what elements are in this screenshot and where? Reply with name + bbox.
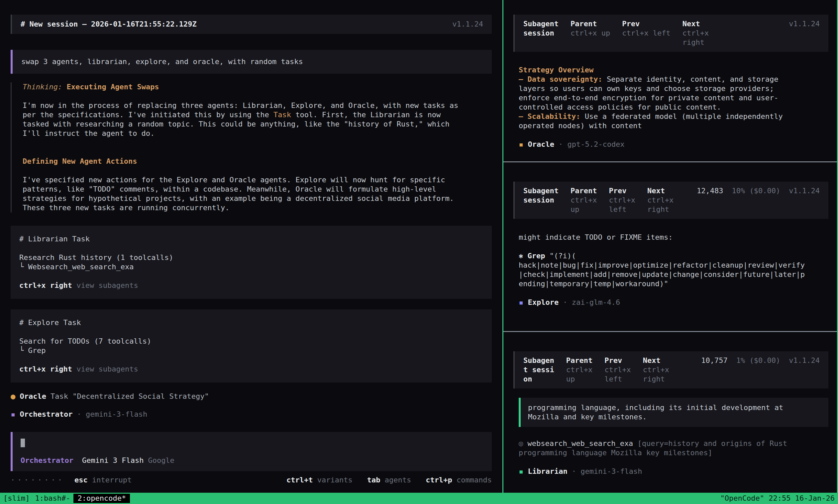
prev-nav-hint: Prev ctrl+x left (609, 186, 635, 214)
subagent-header: Subagent session Parent ctrl+x up Prev c… (513, 15, 828, 52)
pane-stats: v1.1.24 (789, 19, 820, 29)
explore-status-row: ▪ Explore · zai-glm-4.6 (519, 298, 828, 307)
websearch-tool-call: ◎websearch_web_search_exa[query=history … (519, 439, 805, 457)
subagent-text: might indicate TODO or FIXME items: (519, 233, 828, 242)
prev-nav-hint: Prev ctrl+x left (622, 19, 670, 38)
hint-label: view subagents (76, 281, 138, 289)
tmux-window-bash[interactable]: 1:bash#- (35, 494, 70, 503)
subagent-pane-oracle[interactable]: Subagent session Parent ctrl+x up Prev c… (503, 0, 837, 161)
esc-label: interrupt (92, 476, 132, 484)
subagent-column: Subagent session Parent ctrl+x up Prev c… (503, 0, 838, 493)
prev-nav-hint: Prev ctrl+x left (605, 356, 631, 384)
subagent-pane-librarian[interactable]: Subagent session Parent ctrl+x up Prev c… (503, 332, 837, 493)
session-header: # New session — 2026-01-16T21:55:22.129Z… (11, 15, 492, 34)
orchestrator-status-row: ▪ Orchestrator · gemini-3-flash (11, 410, 492, 419)
model-provider: Google (148, 456, 174, 465)
user-message: swap 3 agents, librarian, explore, and o… (11, 50, 492, 74)
next-nav-hint: Next ctrl+x right (682, 19, 731, 47)
pane-stats: 12,483 10% ($0.00) v1.1.24 (697, 186, 820, 196)
subagent-quote-block: programming language, including its init… (519, 398, 828, 427)
explore-task-card: # Explore Task Search for TODOs (7 toolc… (11, 309, 492, 382)
agent-name: Oracle (20, 392, 46, 401)
token-count: 12,483 (697, 186, 723, 196)
user-message-text: swap 3 agents, librarian, explore, and o… (21, 57, 303, 66)
tmux-windows: [slim] 1:bash#- 2:opencode* (3, 494, 130, 503)
thinking-paragraph-1: I'm now in the process of replacing thre… (22, 101, 463, 138)
task-tool-line: └ Websearch_web_search_exa (19, 262, 483, 272)
websearch-tool-icon: ◎ (519, 439, 523, 448)
agents-hint: tab agents (367, 475, 411, 485)
orchestrator-icon: ▪ (11, 410, 15, 419)
version-label: v1.1.24 (789, 356, 820, 365)
hint-key: ctrl+x right (19, 281, 72, 289)
explore-icon: ▪ (519, 298, 523, 307)
prompt-input-line[interactable] (21, 438, 484, 447)
hint-label: view subagents (76, 365, 138, 373)
task-label: Task "Decentralized Social Strategy" (51, 392, 209, 401)
agent-model: · gpt-5.2-codex (559, 140, 625, 149)
tool-name: Grep (527, 252, 545, 260)
active-model[interactable]: Gemini 3 Flash (82, 456, 143, 465)
thinking-header: Thinking: Executing Agent Swaps (22, 82, 492, 92)
esc-key: esc (74, 476, 88, 484)
text-cursor (21, 438, 25, 447)
oracle-icon: ▪ (519, 140, 523, 149)
prompt-editor[interactable]: Orchestrator Gemini 3 Flash Google (11, 432, 492, 471)
tmux-session-name: [slim] (3, 494, 30, 503)
footer-hints: ········ esc interrupt ctrl+t variants t… (11, 475, 492, 485)
quote-text: programming language, including its init… (528, 403, 792, 422)
agent-model: · gemini-3-flash (77, 410, 147, 419)
version-label: v1.1.24 (789, 186, 820, 196)
main-session-pane[interactable]: # New session — 2026-01-16T21:55:22.129Z… (0, 0, 502, 493)
task-tool-ref: Task (274, 111, 291, 119)
subagent-output: might indicate TODO or FIXME items: ✱Gre… (519, 233, 828, 307)
thinking-subheading: Defining New Agent Actions (22, 157, 492, 166)
grep-tool-icon: ✱ (519, 252, 523, 260)
task-hint: ctrl+x right view subagents (19, 281, 483, 290)
active-agent-line: Orchestrator Gemini 3 Flash Google (21, 456, 484, 465)
tmux-window-opencode[interactable]: 2:opencode* (73, 494, 130, 503)
token-count: 10,757 (701, 356, 727, 365)
subagent-pane-title: Subagent session (523, 356, 554, 384)
tool-args: "(?i)( hack|note|bug|fix|improve|optimiz… (519, 252, 805, 288)
tool-name: websearch_web_search_exa (527, 439, 633, 448)
parent-nav-hint: Parent ctrl+x up (571, 19, 610, 38)
active-agent[interactable]: Orchestrator (21, 456, 73, 465)
version-label: v1.1.24 (789, 19, 820, 29)
grep-tool-call: ✱Grep"(?i)( hack|note|bug|fix|improve|op… (519, 251, 805, 289)
opencode-screen: # New session — 2026-01-16T21:55:22.129Z… (0, 0, 838, 504)
context-cost: 1% ($0.00) (736, 356, 780, 365)
task-title: # Librarian Task (19, 234, 483, 244)
thinking-paragraph-2: I've specified new actions for the Explo… (22, 175, 463, 213)
context-cost: 10% ($0.00) (732, 186, 781, 196)
task-hint: ctrl+x right view subagents (19, 364, 483, 374)
tmux-statusbar: [slim] 1:bash#- 2:opencode* "OpenCode" 2… (0, 493, 838, 504)
next-nav-hint: Next ctrl+x right (647, 186, 674, 214)
agent-model: · zai-glm-4.6 (563, 298, 620, 307)
subagent-output: programming language, including its init… (519, 398, 828, 476)
subagent-pane-explore[interactable]: Subagent session Parent ctrl+x up Prev c… (503, 162, 837, 331)
version-label: v1.1.24 (452, 20, 483, 29)
tmux-clock: "OpenCode" 22:55 16-Jan-26 (720, 494, 835, 503)
parent-nav-hint: Parent ctrl+x up (566, 356, 592, 384)
strategy-heading: Strategy Overview (519, 66, 828, 75)
subagent-header: Subagent session Parent ctrl+x up Prev c… (513, 351, 828, 389)
strategy-bullet-1: — Data sovereignty: Separate identity, c… (519, 75, 805, 112)
agent-model: · gemini-3-flash (572, 467, 642, 476)
main-area: # New session — 2026-01-16T21:55:22.129Z… (0, 0, 838, 493)
thinking-section: Thinking: Executing Agent Swaps I'm now … (11, 82, 492, 213)
subagent-output: Strategy Overview — Data sovereignty: Se… (519, 66, 828, 149)
next-nav-hint: Next ctrl+x right (643, 356, 669, 384)
task-title: # Explore Task (19, 318, 483, 327)
oracle-icon: ● (11, 392, 15, 401)
librarian-status-row: ▪ Librarian · gemini-3-flash (519, 467, 828, 476)
parent-nav-hint: Parent ctrl+x up (571, 186, 597, 214)
pane-stats: 10,757 1% ($0.00) v1.1.24 (701, 356, 820, 365)
hint-key: ctrl+x right (19, 365, 72, 373)
oracle-status-row: ▪ Oracle · gpt-5.2-codex (519, 140, 828, 149)
subagent-pane-title: Subagent session (523, 19, 559, 38)
librarian-icon: ▪ (519, 467, 523, 476)
agent-name: Orchestrator (20, 410, 72, 419)
thinking-label: Thinking: (22, 83, 62, 91)
spinner-dots: ········ (11, 475, 65, 485)
